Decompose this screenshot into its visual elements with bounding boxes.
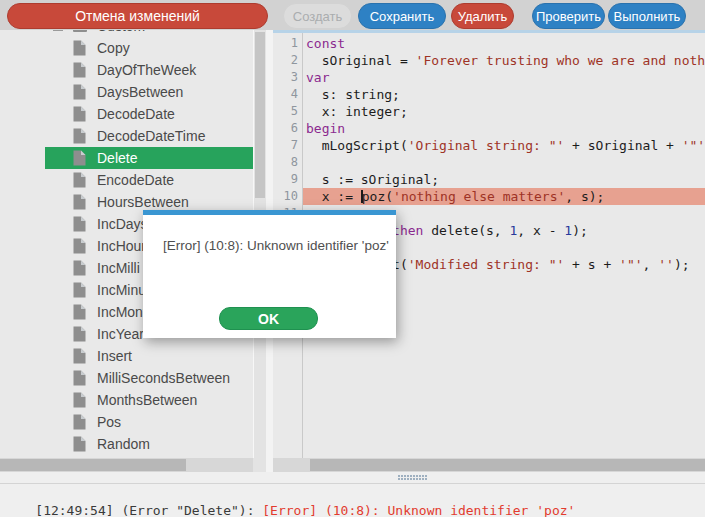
log-error-text: [Error] (10:8): Unknown identifier 'poz' bbox=[262, 503, 575, 517]
file-icon bbox=[73, 414, 86, 430]
line-number: 6 bbox=[273, 120, 298, 137]
file-icon bbox=[73, 260, 86, 276]
code-line-7: 7 mLogScript('Original string: "' + sOri… bbox=[273, 137, 705, 154]
file-icon bbox=[73, 370, 86, 386]
tree-item-millisecondsbetween[interactable]: MilliSecondsBetween bbox=[0, 367, 253, 389]
tree-item-encodedate[interactable]: EncodeDate bbox=[0, 169, 253, 191]
line-number: 3 bbox=[273, 69, 298, 86]
code-line-2: 2 sOriginal = 'Forever trusting who we a… bbox=[273, 52, 705, 69]
file-icon bbox=[73, 216, 86, 232]
toolbar-button-4[interactable]: Выполнить bbox=[608, 3, 686, 29]
tree-item-label: Random bbox=[97, 433, 150, 455]
tree-item-label: IncMilli bbox=[97, 257, 140, 279]
code-line-4: 4 s: string; bbox=[273, 86, 705, 103]
cancel-changes-button[interactable]: Отмена изменений bbox=[7, 3, 268, 29]
line-number: 10 bbox=[273, 188, 298, 205]
toolbar-button-2[interactable]: Удалить bbox=[451, 3, 514, 29]
file-icon bbox=[73, 326, 86, 342]
log-statusbar: [12:49:54] (Error "Delete"): [Error] (10… bbox=[0, 484, 705, 517]
toolbar-button-1[interactable]: Сохранить bbox=[358, 3, 446, 29]
dialog-accent-bar bbox=[143, 210, 396, 215]
tree-item-label: IncYear bbox=[97, 323, 144, 345]
line-number: 4 bbox=[273, 86, 298, 103]
tree-item-label: Pos bbox=[97, 411, 121, 433]
error-dialog: [Error] (10:8): Unknown identifier 'poz'… bbox=[143, 210, 396, 338]
log-timestamp-text: [12:49:54] (Error "Delete"): bbox=[35, 503, 262, 517]
code-line-8: 8 bbox=[273, 154, 705, 171]
tree-item-label: IncMont bbox=[97, 301, 147, 323]
code-line-5: 5 x: integer; bbox=[273, 103, 705, 120]
editor-focus-strip bbox=[273, 30, 705, 33]
line-number: 2 bbox=[273, 52, 298, 69]
tree-vertical-scrollbar-thumb[interactable] bbox=[255, 32, 265, 198]
tree-horizontal-scrollbar[interactable] bbox=[0, 458, 253, 472]
tree-item-label: Custom bbox=[97, 30, 145, 37]
splitter-grip[interactable] bbox=[398, 475, 428, 481]
tree-item-label: IncDays bbox=[97, 213, 148, 235]
file-icon bbox=[73, 194, 86, 210]
tree-item-daysbetween[interactable]: DaysBetween bbox=[0, 81, 253, 103]
file-icon bbox=[73, 84, 86, 100]
tree-item-label: Copy bbox=[97, 37, 130, 59]
log-splitter[interactable] bbox=[0, 472, 705, 484]
tree-item-delete[interactable]: Delete bbox=[0, 147, 253, 169]
line-number: 7 bbox=[273, 137, 298, 154]
tree-item-label: MonthsBetween bbox=[97, 389, 197, 411]
file-icon bbox=[73, 348, 86, 364]
tree-item-random[interactable]: Random bbox=[0, 433, 253, 455]
tree-item-custom[interactable]: Custom bbox=[0, 30, 253, 37]
dialog-message: [Error] (10:8): Unknown identifier 'poz' bbox=[163, 238, 389, 253]
tree-item-label: Insert bbox=[97, 345, 132, 367]
file-icon bbox=[73, 172, 86, 188]
file-icon bbox=[73, 392, 86, 408]
code-line-6: 6begin bbox=[273, 120, 705, 137]
folder-icon bbox=[73, 30, 87, 32]
code-line-10: 10 x := poz('nothing else matters', s); bbox=[273, 188, 705, 205]
tree-scrollbar-corner bbox=[253, 458, 266, 472]
file-icon bbox=[73, 150, 86, 166]
file-icon bbox=[73, 436, 86, 452]
tree-item-decodedatetime[interactable]: DecodeDateTime bbox=[0, 125, 253, 147]
line-number: 5 bbox=[273, 103, 298, 120]
tree-item-label: IncHour bbox=[97, 235, 146, 257]
ok-button[interactable]: OK bbox=[219, 307, 318, 330]
tree-item-label: EncodeDate bbox=[97, 169, 174, 191]
code-line-9: 9 s := sOriginal; bbox=[273, 171, 705, 188]
line-number: 8 bbox=[273, 154, 298, 171]
file-icon bbox=[73, 128, 86, 144]
tree-item-monthsbetween[interactable]: MonthsBetween bbox=[0, 389, 253, 411]
editor-horizontal-scrollbar[interactable] bbox=[273, 458, 705, 472]
file-icon bbox=[73, 62, 86, 78]
tree-item-dayoftheweek[interactable]: DayOfTheWeek bbox=[0, 59, 253, 81]
code-line-3: 3var bbox=[273, 69, 705, 86]
tree-item-copy[interactable]: Copy bbox=[0, 37, 253, 59]
tree-item-label: DecodeDateTime bbox=[97, 125, 205, 147]
tree-collapse-icon[interactable] bbox=[53, 30, 63, 31]
tree-horizontal-scrollbar-thumb[interactable] bbox=[0, 459, 186, 471]
tree-item-label: DayOfTheWeek bbox=[97, 59, 196, 81]
file-icon bbox=[73, 40, 86, 56]
file-icon bbox=[73, 238, 86, 254]
editor-horizontal-scrollbar-thumb[interactable] bbox=[310, 459, 705, 471]
file-icon bbox=[73, 106, 86, 122]
tree-item-label: MilliSecondsBetween bbox=[97, 367, 230, 389]
tree-item-insert[interactable]: Insert bbox=[0, 345, 253, 367]
toolbar: Отмена изменений СоздатьСохранитьУдалить… bbox=[0, 0, 705, 30]
code-line-1: 1const bbox=[273, 35, 705, 52]
tree-item-pos[interactable]: Pos bbox=[0, 411, 253, 433]
toolbar-button-3[interactable]: Проверить bbox=[532, 3, 605, 29]
tree-item-decodedate[interactable]: DecodeDate bbox=[0, 103, 253, 125]
line-number: 1 bbox=[273, 35, 298, 52]
file-icon bbox=[73, 282, 86, 298]
tree-item-label: IncMinu bbox=[97, 279, 146, 301]
toolbar-button-0[interactable]: Создать bbox=[283, 3, 352, 29]
line-number: 9 bbox=[273, 171, 298, 188]
tree-item-label: Delete bbox=[97, 147, 137, 169]
file-icon bbox=[73, 304, 86, 320]
tree-item-label: DaysBetween bbox=[97, 81, 183, 103]
tree-item-label: DecodeDate bbox=[97, 103, 175, 125]
